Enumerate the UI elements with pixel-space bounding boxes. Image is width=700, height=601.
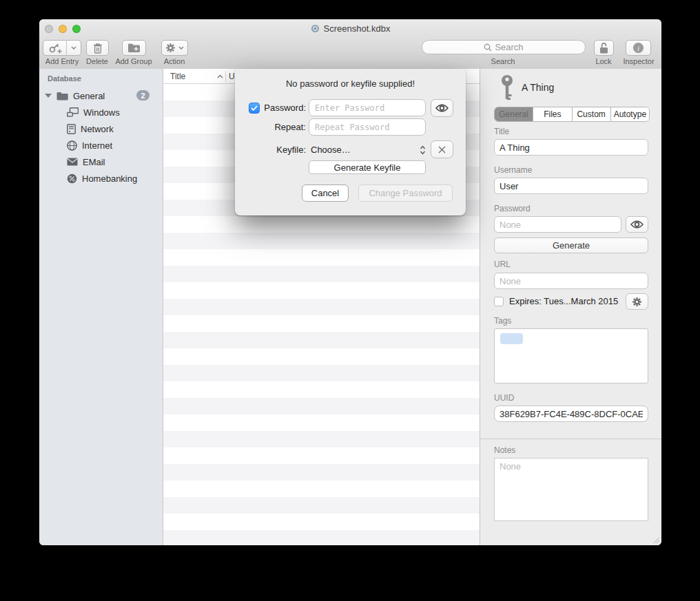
percent-icon (67, 173, 77, 184)
resize-grip[interactable] (652, 536, 660, 544)
search-placeholder: Search (495, 42, 523, 52)
app-window: Screenshot.kdbx Add Entry Delete Add Gro… (39, 19, 661, 545)
password-field[interactable] (494, 216, 621, 233)
sidebar-section-header: Database (48, 74, 81, 83)
sidebar-item-label: General (73, 91, 105, 101)
disclosure-triangle-icon[interactable] (45, 94, 52, 98)
up-down-chevrons-icon (420, 145, 426, 155)
lock-label: Lock (595, 57, 611, 65)
sidebar-item-internet[interactable]: Internet (67, 138, 112, 153)
svg-text:i: i (637, 44, 639, 52)
clear-keyfile-button[interactable] (431, 140, 453, 158)
keyfile-popup-value: Choose… (311, 145, 420, 155)
expires-label: Expires: Tues...March 2015 (509, 296, 618, 306)
folder-plus-icon (127, 43, 141, 53)
url-field[interactable] (494, 273, 648, 289)
url-field-label: URL (494, 260, 511, 269)
dialog-password-input[interactable] (309, 99, 426, 116)
sidebar-item-general[interactable]: General 2 (45, 88, 158, 103)
notes-field[interactable] (494, 458, 648, 521)
window-title: Screenshot.kdbx (324, 23, 391, 34)
keyfile-popup[interactable]: Choose… (311, 141, 426, 158)
tab-autotype[interactable]: Autotype (610, 107, 649, 121)
generate-password-button[interactable]: Generate (494, 238, 648, 253)
show-password-button[interactable] (626, 216, 648, 233)
password-field-label: Password (494, 204, 531, 213)
chevron-down-icon (178, 46, 184, 50)
dialog-repeat-label: Repeat: (261, 122, 306, 132)
password-enable-checkbox[interactable] (249, 103, 260, 114)
action-button[interactable] (161, 40, 188, 56)
globe-icon (67, 140, 77, 151)
action-label: Action (164, 57, 185, 65)
dialog-repeat-input[interactable] (309, 118, 426, 136)
sidebar-item-label: Windows (83, 107, 120, 118)
add-entry-label: Add Entry (45, 57, 79, 65)
column-divider[interactable] (225, 71, 226, 82)
uuid-field[interactable] (494, 405, 648, 422)
close-x-icon (438, 146, 446, 154)
chevron-down-icon (71, 46, 76, 50)
username-field[interactable] (494, 178, 648, 194)
gear-icon (632, 297, 642, 307)
sort-ascending-icon (217, 74, 223, 78)
document-proxy-icon (311, 24, 320, 33)
windows-group-icon (67, 107, 79, 117)
generate-keyfile-button[interactable]: Generate Keyfile (309, 160, 426, 174)
unlock-icon (599, 42, 609, 54)
dialog-password-label: Password: (261, 103, 306, 113)
change-password-dialog: No password or keyfile supplied! Passwor… (235, 69, 466, 215)
add-entry-button[interactable] (43, 40, 81, 56)
search-input[interactable]: Search (422, 40, 586, 54)
info-icon: i (632, 42, 644, 54)
group-count-badge: 2 (136, 90, 150, 101)
inspector-label: Inspector (623, 57, 654, 65)
uuid-label: UUID (494, 393, 514, 403)
eye-icon (630, 220, 644, 229)
tab-custom[interactable]: Custom (572, 107, 610, 121)
tags-box[interactable] (494, 328, 648, 383)
inspector-panel: A Thing General Files Custom Autotype Ti… (480, 69, 661, 545)
dialog-show-password-button[interactable] (431, 99, 453, 117)
sidebar-item-label: Homebanking (82, 173, 137, 184)
tab-files[interactable]: Files (533, 107, 571, 121)
sidebar: Database General 2 Windows Network Inter… (39, 69, 163, 545)
entry-title: A Thing (522, 82, 554, 93)
server-icon (67, 124, 76, 134)
inspector-button[interactable]: i (626, 40, 651, 56)
username-field-label: Username (494, 165, 532, 175)
check-icon (251, 105, 258, 111)
expires-settings-button[interactable] (626, 293, 648, 310)
key-plus-icon[interactable] (43, 41, 66, 55)
inspector-tabs: General Files Custom Autotype (494, 107, 650, 122)
tag-chip[interactable] (500, 333, 523, 344)
gear-icon (165, 43, 176, 53)
lock-button[interactable] (594, 40, 614, 56)
tags-label: Tags (494, 316, 511, 326)
add-group-button[interactable] (122, 40, 146, 56)
title-field-label: Title (494, 127, 509, 136)
change-password-button[interactable]: Change Password (358, 184, 453, 202)
sidebar-item-label: Internet (82, 140, 112, 151)
search-icon (484, 43, 492, 52)
expires-checkbox[interactable] (494, 297, 504, 306)
sidebar-item-label: EMail (83, 157, 105, 167)
title-field[interactable] (494, 139, 648, 156)
dialog-message: No password or keyfile supplied! (235, 78, 466, 89)
delete-button[interactable] (86, 40, 109, 56)
notes-label: Notes (494, 445, 515, 455)
add-entry-dropdown[interactable] (66, 41, 81, 55)
delete-label: Delete (86, 57, 108, 65)
sidebar-item-network[interactable]: Network (67, 121, 114, 136)
eye-icon (435, 104, 449, 112)
titlebar-toolbar: Screenshot.kdbx Add Entry Delete Add Gro… (39, 19, 661, 70)
sidebar-item-windows[interactable]: Windows (67, 105, 120, 120)
search-label: Search (491, 57, 515, 65)
column-header-title[interactable]: Title (170, 72, 185, 81)
tab-general[interactable]: General (495, 107, 533, 121)
trash-icon (93, 43, 103, 54)
sidebar-item-email[interactable]: EMail (67, 154, 105, 169)
sidebar-item-homebanking[interactable]: Homebanking (67, 171, 137, 186)
dialog-keyfile-label: Keyfile: (261, 145, 306, 155)
cancel-button[interactable]: Cancel (302, 184, 349, 202)
